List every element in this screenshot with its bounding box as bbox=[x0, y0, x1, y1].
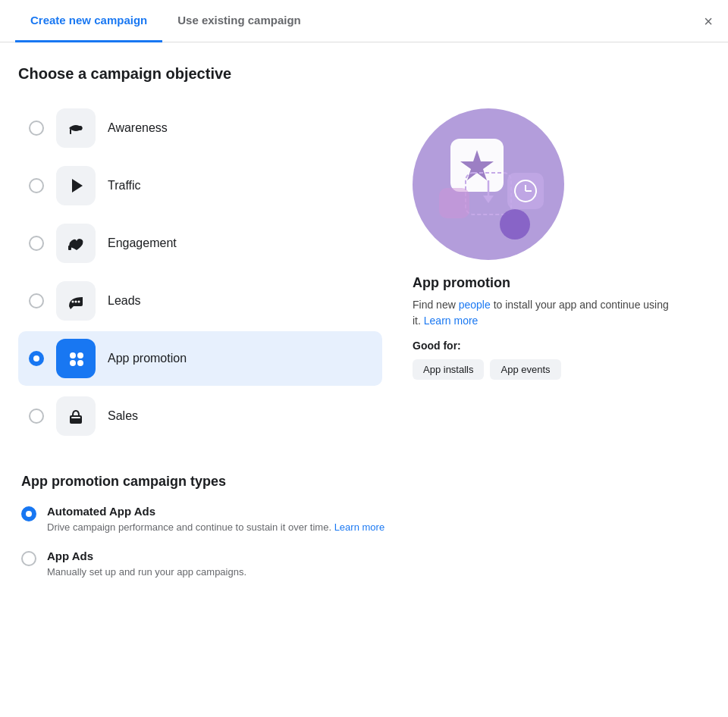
main-layout: Awareness Traffic bbox=[18, 101, 710, 446]
awareness-icon bbox=[66, 118, 86, 138]
radio-awareness[interactable] bbox=[29, 121, 44, 136]
svg-point-0 bbox=[79, 126, 83, 130]
svg-point-3 bbox=[72, 301, 74, 303]
svg-rect-2 bbox=[68, 246, 71, 250]
tab-create-new[interactable]: Create new campaign bbox=[15, 0, 162, 42]
app-promotion-icon-box bbox=[56, 339, 96, 378]
preview-desc-text1: Find new bbox=[413, 299, 459, 311]
tabs-bar: Create new campaign Use existing campaig… bbox=[0, 0, 728, 42]
svg-point-5 bbox=[78, 301, 80, 303]
automated-desc: Drive campaign performance and continue … bbox=[47, 521, 384, 534]
preview-panel: App promotion Find new people to install… bbox=[413, 101, 710, 446]
bottom-title: App promotion campaign types bbox=[21, 474, 707, 490]
good-for-label: Good for: bbox=[413, 340, 710, 352]
traffic-label: Traffic bbox=[108, 179, 141, 193]
app-ads-desc: Manually set up and run your app campaig… bbox=[47, 565, 246, 579]
preview-learn-more-link[interactable]: Learn more bbox=[424, 315, 479, 327]
preview-illustration bbox=[413, 108, 564, 260]
svg-point-6 bbox=[70, 352, 76, 358]
automated-desc-text: Drive campaign performance and continue … bbox=[47, 521, 334, 533]
campaign-type-app-ads[interactable]: App Ads Manually set up and run your app… bbox=[21, 549, 707, 579]
automated-learn-more[interactable]: Learn more bbox=[334, 521, 384, 533]
objective-leads[interactable]: Leads bbox=[18, 274, 382, 328]
svg-point-7 bbox=[77, 352, 83, 358]
engagement-icon bbox=[66, 233, 86, 253]
tag-app-events: App events bbox=[490, 359, 560, 380]
engagement-icon-box bbox=[56, 224, 96, 263]
radio-app-ads[interactable] bbox=[21, 551, 36, 566]
radio-engagement[interactable] bbox=[29, 236, 44, 251]
preview-people-link[interactable]: people bbox=[459, 299, 491, 311]
automated-label: Automated App Ads bbox=[47, 505, 384, 518]
bottom-section: App promotion campaign types Automated A… bbox=[18, 474, 710, 579]
svg-point-21 bbox=[500, 209, 530, 240]
objective-awareness[interactable]: Awareness bbox=[18, 101, 382, 155]
svg-rect-11 bbox=[71, 417, 80, 418]
traffic-icon-box bbox=[56, 166, 96, 205]
tags-container: App installs App events bbox=[413, 359, 710, 380]
app-ads-label: App Ads bbox=[47, 549, 246, 562]
automated-text: Automated App Ads Drive campaign perform… bbox=[47, 505, 384, 534]
awareness-label: Awareness bbox=[108, 121, 168, 135]
sales-label: Sales bbox=[108, 409, 138, 423]
leads-icon-box bbox=[56, 281, 96, 321]
radio-app-promotion[interactable] bbox=[29, 351, 44, 366]
radio-traffic[interactable] bbox=[29, 178, 44, 193]
campaign-type-automated[interactable]: Automated App Ads Drive campaign perform… bbox=[21, 505, 707, 534]
app-ads-text: App Ads Manually set up and run your app… bbox=[47, 549, 246, 579]
objective-app-promotion[interactable]: App promotion bbox=[18, 331, 382, 386]
app-promotion-illustration bbox=[416, 112, 560, 256]
tag-app-installs: App installs bbox=[413, 359, 484, 380]
svg-point-8 bbox=[70, 360, 76, 366]
sales-icon-box bbox=[56, 396, 96, 436]
main-content: Choose a campaign objective Awareness bbox=[0, 42, 728, 617]
traffic-icon bbox=[66, 176, 86, 196]
svg-point-4 bbox=[75, 301, 77, 303]
svg-rect-10 bbox=[70, 415, 82, 424]
svg-marker-1 bbox=[72, 179, 83, 193]
tab-use-existing[interactable]: Use existing campaign bbox=[162, 0, 316, 42]
radio-sales[interactable] bbox=[29, 409, 44, 424]
awareness-icon-box bbox=[56, 108, 96, 148]
objective-sales[interactable]: Sales bbox=[18, 389, 382, 443]
close-button[interactable]: × bbox=[704, 14, 713, 29]
objective-traffic[interactable]: Traffic bbox=[18, 158, 382, 213]
engagement-label: Engagement bbox=[108, 236, 177, 250]
svg-point-9 bbox=[77, 360, 83, 366]
svg-rect-22 bbox=[439, 188, 469, 218]
app-promotion-icon bbox=[65, 348, 86, 369]
radio-automated[interactable] bbox=[21, 506, 36, 521]
sales-icon bbox=[66, 406, 86, 426]
svg-marker-16 bbox=[483, 196, 494, 203]
objectives-list: Awareness Traffic bbox=[18, 101, 382, 446]
leads-icon bbox=[66, 291, 86, 311]
leads-label: Leads bbox=[108, 294, 141, 308]
app-promotion-label: App promotion bbox=[108, 352, 187, 365]
objective-engagement[interactable]: Engagement bbox=[18, 216, 382, 271]
section-title: Choose a campaign objective bbox=[18, 65, 710, 83]
preview-title: App promotion bbox=[413, 275, 710, 291]
preview-description: Find new people to install your app and … bbox=[413, 297, 670, 329]
radio-leads[interactable] bbox=[29, 293, 44, 308]
